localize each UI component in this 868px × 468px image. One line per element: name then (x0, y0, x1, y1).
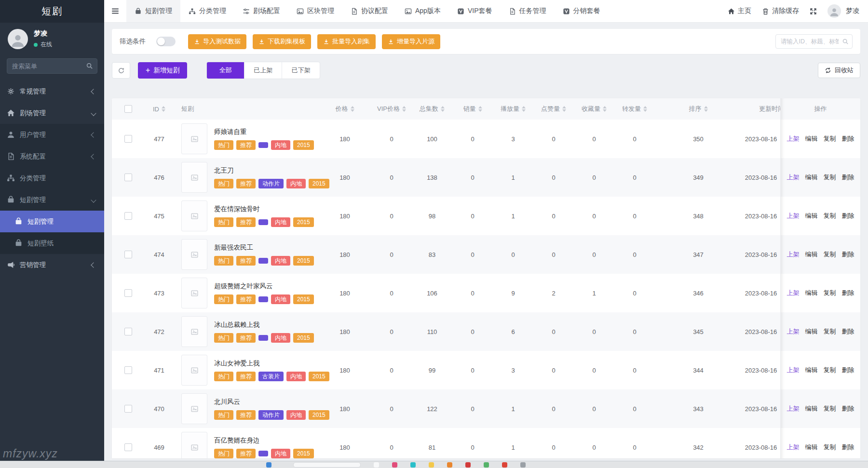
row-checkbox[interactable] (124, 289, 132, 297)
drama-thumbnail[interactable] (181, 278, 207, 308)
import-button-1[interactable]: 下载剧集模板 (253, 34, 311, 49)
row-checkbox[interactable] (124, 212, 132, 220)
row-checkbox[interactable] (124, 443, 132, 451)
row-checkbox[interactable] (124, 135, 132, 143)
column-header-plays[interactable]: 播放量 (493, 98, 533, 120)
status-tab-1[interactable]: 已上架 (244, 62, 282, 79)
taskbar-app-icon[interactable] (465, 462, 471, 468)
action-delete-link[interactable]: 删除 (842, 443, 854, 452)
action-copy-link[interactable]: 复制 (824, 173, 836, 182)
action-edit-link[interactable]: 编辑 (805, 404, 818, 413)
row-checkbox[interactable] (124, 366, 132, 374)
sidebar-item-1[interactable]: 剧场管理 (0, 102, 104, 124)
column-header-favorites[interactable]: 收藏量 (574, 98, 614, 120)
action-edit-link[interactable]: 编辑 (805, 289, 818, 297)
action-publish-link[interactable]: 上架 (787, 289, 800, 297)
action-edit-link[interactable]: 编辑 (805, 366, 818, 374)
refresh-button[interactable] (112, 62, 130, 79)
action-edit-link[interactable]: 编辑 (805, 327, 818, 336)
drama-thumbnail[interactable] (181, 432, 207, 458)
column-header-sort[interactable]: 排序 (655, 98, 742, 120)
action-delete-link[interactable]: 删除 (842, 134, 854, 143)
action-delete-link[interactable]: 删除 (842, 212, 854, 220)
drama-thumbnail[interactable] (181, 123, 207, 154)
nav-tab-7[interactable]: 任务管理 (501, 0, 555, 22)
drama-thumbnail[interactable] (181, 393, 207, 424)
sidebar-item-6[interactable]: 短剧管理 (0, 211, 104, 232)
sidebar-item-4[interactable]: 分类管理 (0, 167, 104, 189)
action-copy-link[interactable]: 复制 (824, 404, 836, 413)
table-search-input[interactable] (775, 34, 853, 49)
recycle-bin-button[interactable]: 回收站 (818, 63, 860, 78)
column-header-shares[interactable]: 转发量 (614, 98, 655, 120)
column-header-vip_price[interactable]: VIP价格 (371, 98, 412, 120)
fullscreen-button[interactable] (810, 8, 817, 15)
taskbar-app-icon[interactable] (374, 462, 379, 468)
column-header-likes[interactable]: 点赞量 (533, 98, 574, 120)
nav-tab-2[interactable]: 剧场配置 (234, 0, 288, 22)
action-delete-link[interactable]: 删除 (842, 404, 854, 413)
clear-cache-link[interactable]: 清除缓存 (762, 7, 799, 15)
nav-tab-4[interactable]: 协议配置 (342, 0, 396, 22)
sidebar-item-0[interactable]: 常规管理 (0, 80, 104, 102)
action-delete-link[interactable]: 删除 (842, 366, 854, 374)
status-tab-2[interactable]: 已下架 (282, 62, 320, 79)
import-button-3[interactable]: 增量导入片源 (382, 34, 440, 49)
action-delete-link[interactable]: 删除 (842, 289, 854, 297)
row-checkbox[interactable] (124, 251, 132, 258)
hamburger-menu-button[interactable] (104, 0, 126, 22)
taskbar-app-icon[interactable] (266, 462, 271, 468)
action-publish-link[interactable]: 上架 (787, 173, 800, 182)
action-copy-link[interactable]: 复制 (824, 366, 836, 374)
nav-tab-3[interactable]: 区块管理 (288, 0, 342, 22)
column-header-sales[interactable]: 销量 (452, 98, 493, 120)
username[interactable]: 梦凌 (846, 7, 859, 15)
row-checkbox[interactable] (124, 174, 132, 181)
action-edit-link[interactable]: 编辑 (805, 212, 818, 220)
action-publish-link[interactable]: 上架 (787, 366, 800, 374)
search-icon[interactable] (842, 38, 849, 45)
search-icon[interactable] (86, 62, 93, 69)
action-delete-link[interactable]: 删除 (842, 327, 854, 336)
action-edit-link[interactable]: 编辑 (805, 134, 818, 143)
taskbar-app-icon[interactable] (502, 462, 507, 468)
taskbar-app-icon[interactable] (520, 462, 526, 468)
filter-toggle[interactable] (156, 37, 176, 46)
menu-search-input[interactable] (7, 58, 97, 74)
select-all-checkbox[interactable] (124, 105, 132, 113)
taskbar-app-icon[interactable] (484, 462, 489, 468)
drama-thumbnail[interactable] (181, 355, 207, 386)
sidebar-item-2[interactable]: 用户管理 (0, 124, 104, 146)
action-copy-link[interactable]: 复制 (824, 289, 836, 297)
action-edit-link[interactable]: 编辑 (805, 250, 818, 259)
nav-tab-6[interactable]: VIP套餐 (449, 0, 501, 22)
action-copy-link[interactable]: 复制 (824, 443, 836, 452)
column-header-price[interactable]: 价格 (318, 98, 371, 120)
action-publish-link[interactable]: 上架 (787, 404, 800, 413)
sidebar-item-7[interactable]: 短剧壁纸 (0, 232, 104, 254)
column-header-id[interactable]: ID (145, 98, 174, 120)
home-link[interactable]: 主页 (728, 7, 751, 15)
action-publish-link[interactable]: 上架 (787, 443, 800, 452)
action-publish-link[interactable]: 上架 (787, 250, 800, 259)
taskbar-app-icon[interactable] (392, 462, 397, 468)
import-button-2[interactable]: 批量导入剧集 (317, 34, 376, 49)
sidebar-item-8[interactable]: 营销管理 (0, 254, 104, 276)
taskbar-app-icon[interactable] (410, 462, 416, 468)
status-tab-0[interactable]: 全部 (207, 62, 244, 79)
taskbar-search-pill[interactable] (293, 462, 361, 468)
drama-thumbnail[interactable] (181, 239, 207, 270)
taskbar-app-icon[interactable] (429, 462, 434, 468)
sidebar-item-3[interactable]: 系统配置 (0, 146, 104, 167)
action-edit-link[interactable]: 编辑 (805, 173, 818, 182)
sidebar-item-5[interactable]: 短剧管理 (0, 189, 104, 211)
action-copy-link[interactable]: 复制 (824, 134, 836, 143)
drama-thumbnail[interactable] (181, 162, 207, 193)
action-publish-link[interactable]: 上架 (787, 327, 800, 336)
action-copy-link[interactable]: 复制 (824, 250, 836, 259)
nav-tab-8[interactable]: 分销套餐 (555, 0, 609, 22)
add-drama-button[interactable]: + 新增短剧 (138, 62, 187, 79)
nav-tab-1[interactable]: 分类管理 (180, 0, 234, 22)
drama-thumbnail[interactable] (181, 201, 207, 231)
row-checkbox[interactable] (124, 328, 132, 335)
